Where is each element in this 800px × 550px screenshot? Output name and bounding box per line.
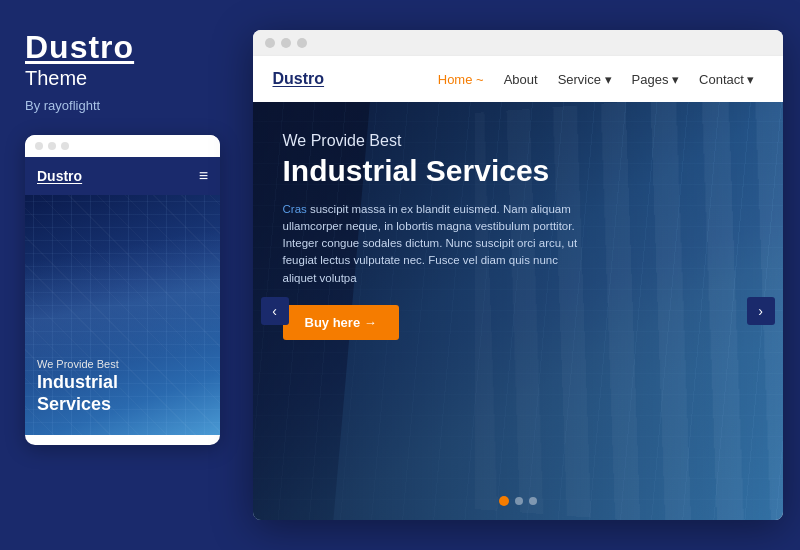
- mobile-hero-pretitle: We Provide Best: [37, 358, 208, 370]
- hero-title: Industrial Services: [283, 154, 693, 189]
- desktop-logo: Dustro: [273, 70, 325, 88]
- nav-home[interactable]: Home ~: [430, 68, 492, 91]
- nav-about[interactable]: About: [496, 68, 546, 91]
- brand-name: Dustro: [25, 30, 215, 65]
- mobile-dot-2: [48, 142, 56, 150]
- mobile-nav: Dustro ≡: [25, 157, 220, 195]
- left-panel: Dustro Theme By rayoflightt Dustro ≡ We …: [0, 0, 240, 550]
- desktop-nav: Dustro Home ~ About Service ▾ Pages ▾ Co…: [253, 56, 783, 102]
- brand-subtitle: Theme: [25, 67, 215, 90]
- hero-content: We Provide Best Industrial Services Cras…: [283, 132, 693, 340]
- hero-desc-highlight: Cras: [283, 203, 307, 215]
- mobile-mockup: Dustro ≡ We Provide Best IndustrialServi…: [25, 135, 220, 445]
- mobile-hero-title: IndustrialServices: [37, 372, 208, 415]
- nav-items: Home ~ About Service ▾ Pages ▾ Contact ▾: [430, 68, 763, 91]
- mobile-dot-1: [35, 142, 43, 150]
- mobile-top-bar: [25, 135, 220, 157]
- slider-dot-1[interactable]: [499, 496, 509, 506]
- desktop-area: Dustro Home ~ About Service ▾ Pages ▾ Co…: [240, 0, 800, 550]
- mobile-hero-text: We Provide Best IndustrialServices: [37, 358, 208, 415]
- hamburger-icon[interactable]: ≡: [199, 167, 208, 185]
- mobile-hero: We Provide Best IndustrialServices: [25, 195, 220, 435]
- nav-contact[interactable]: Contact ▾: [691, 68, 762, 91]
- hero-description: Cras suscipit massa in ex blandit euisme…: [283, 201, 583, 287]
- slider-next-button[interactable]: ›: [747, 297, 775, 325]
- desktop-top-bar: [253, 30, 783, 56]
- brand-info: Dustro Theme By rayoflightt: [25, 30, 215, 113]
- buy-here-button[interactable]: Buy here →: [283, 305, 399, 340]
- slider-dot-3[interactable]: [529, 497, 537, 505]
- slider-dot-2[interactable]: [515, 497, 523, 505]
- desktop-hero: We Provide Best Industrial Services Cras…: [253, 102, 783, 520]
- hero-pretitle: We Provide Best: [283, 132, 693, 150]
- desktop-dot-2: [281, 38, 291, 48]
- mobile-logo: Dustro: [37, 168, 82, 184]
- mobile-dot-3: [61, 142, 69, 150]
- slider-dots: [499, 496, 537, 506]
- slider-prev-button[interactable]: ‹: [261, 297, 289, 325]
- nav-pages[interactable]: Pages ▾: [624, 68, 687, 91]
- desktop-mockup: Dustro Home ~ About Service ▾ Pages ▾ Co…: [253, 30, 783, 520]
- nav-service[interactable]: Service ▾: [550, 68, 620, 91]
- brand-author: By rayoflightt: [25, 98, 215, 113]
- desktop-dot-3: [297, 38, 307, 48]
- desktop-dot-1: [265, 38, 275, 48]
- hero-desc-text: suscipit massa in ex blandit euismed. Na…: [283, 203, 578, 284]
